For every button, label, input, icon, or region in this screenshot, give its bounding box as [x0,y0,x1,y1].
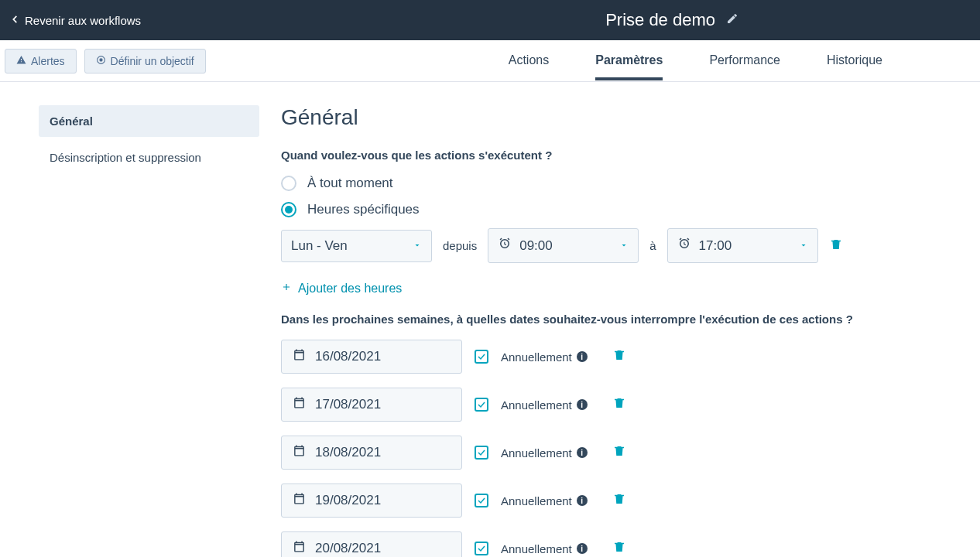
pause-date-value: 17/08/2021 [315,397,381,412]
sidebar-item-label: Général [50,114,93,128]
info-icon[interactable]: i [577,447,588,458]
pause-date-row: 19/08/2021 Annuellement i [281,484,853,518]
day-range-select[interactable]: Lun - Ven [281,230,432,262]
info-icon[interactable]: i [577,351,588,362]
alerts-button[interactable]: Alertes [5,49,77,73]
annual-label: Annuellement i [501,446,588,460]
alerts-label: Alertes [31,55,65,67]
tab-parametres[interactable]: Paramètres [595,42,663,80]
pause-date-input[interactable]: 18/08/2021 [281,436,462,470]
tab-actions[interactable]: Actions [509,42,549,80]
annual-label: Annuellement i [501,398,588,412]
pause-date-value: 16/08/2021 [315,349,381,364]
body-area: Général Désinscription et suppression Gé… [0,82,980,557]
pause-date-row: 17/08/2021 Annuellement i [281,388,853,422]
caret-down-icon [799,238,808,254]
back-label: Revenir aux workflows [25,14,141,27]
target-icon [96,55,106,67]
radio-label: À tout moment [307,176,393,191]
chevron-left-icon [9,12,20,29]
pause-date-input[interactable]: 16/08/2021 [281,340,462,374]
annual-checkbox[interactable] [475,446,488,460]
question-execution-timing: Quand voulez-vous que les actions s'exéc… [281,149,853,162]
sidebar-item-unsubscribe[interactable]: Désinscription et suppression [39,142,259,173]
pause-date-row: 20/08/2021 Annuellement i [281,531,853,557]
radio-label: Heures spécifiques [307,202,420,217]
info-icon[interactable]: i [577,399,588,410]
radio-specific-hours[interactable]: Heures spécifiques [281,202,853,217]
delete-date-icon[interactable] [612,396,626,413]
clock-icon [498,237,512,255]
warning-icon [16,55,26,67]
calendar-icon [293,492,306,509]
caret-down-icon [413,238,422,254]
sub-header: Alertes Définir un objectif Actions Para… [0,40,980,82]
goal-label: Définir un objectif [111,55,194,67]
sidebar-item-label: Désinscription et suppression [50,151,201,164]
tab-performance[interactable]: Performance [709,42,780,80]
radio-anytime[interactable]: À tout moment [281,176,853,191]
pause-date-input[interactable]: 19/08/2021 [281,484,462,518]
page-title: Prise de demo [265,10,715,30]
delete-date-icon[interactable] [612,348,626,365]
main-panel: Général Quand voulez-vous que les action… [259,105,853,557]
from-label: depuis [443,239,477,252]
time-start-select[interactable]: 09:00 [488,228,639,263]
calendar-icon [293,396,306,413]
plus-icon [281,282,292,296]
pause-date-row: 16/08/2021 Annuellement i [281,340,853,374]
time-end-value: 17:00 [699,238,732,254]
annual-checkbox[interactable] [475,350,488,364]
delete-date-icon[interactable] [612,540,626,557]
clock-icon [677,237,691,255]
add-hours-label: Ajouter des heures [298,282,402,296]
calendar-icon [293,540,306,557]
sidebar: Général Désinscription et suppression [39,105,259,557]
radio-icon [281,176,296,191]
section-heading: Général [281,105,853,130]
add-hours-link[interactable]: Ajouter des heures [281,282,402,296]
back-to-workflows-link[interactable]: Revenir aux workflows [9,12,141,29]
annual-label: Annuellement i [501,350,588,364]
delete-date-icon[interactable] [612,444,626,461]
info-icon[interactable]: i [577,543,588,554]
time-end-select[interactable]: 17:00 [667,228,818,263]
info-icon[interactable]: i [577,495,588,506]
pause-date-input[interactable]: 17/08/2021 [281,388,462,422]
calendar-icon [293,444,306,461]
annual-checkbox[interactable] [475,398,488,412]
top-header: Revenir aux workflows Prise de demo [0,0,980,40]
define-goal-button[interactable]: Définir un objectif [84,49,206,73]
caret-down-icon [619,238,629,254]
tabs-bar: Actions Paramètres Performance Historiqu… [509,42,882,80]
delete-time-row-icon[interactable] [829,237,843,255]
day-range-value: Lun - Ven [291,238,348,254]
question-pause-dates: Dans les prochaines semaines, à quelles … [281,313,853,326]
tab-historique[interactable]: Historique [827,42,882,80]
edit-title-icon[interactable] [726,12,738,28]
time-start-value: 09:00 [519,238,553,254]
calendar-icon [293,348,306,365]
pause-date-value: 18/08/2021 [315,445,381,460]
pause-date-row: 18/08/2021 Annuellement i [281,436,853,470]
sidebar-item-general[interactable]: Général [39,105,259,137]
radio-icon-selected [281,202,296,217]
pause-date-value: 19/08/2021 [315,493,381,508]
to-label: à [649,239,656,252]
annual-label: Annuellement i [501,542,588,555]
annual-label: Annuellement i [501,494,588,507]
annual-checkbox[interactable] [475,542,488,555]
time-range-row: Lun - Ven depuis 09:00 à [281,228,853,263]
pause-date-value: 20/08/2021 [315,541,381,556]
delete-date-icon[interactable] [612,492,626,509]
pause-date-input[interactable]: 20/08/2021 [281,531,462,557]
annual-checkbox[interactable] [475,494,488,507]
